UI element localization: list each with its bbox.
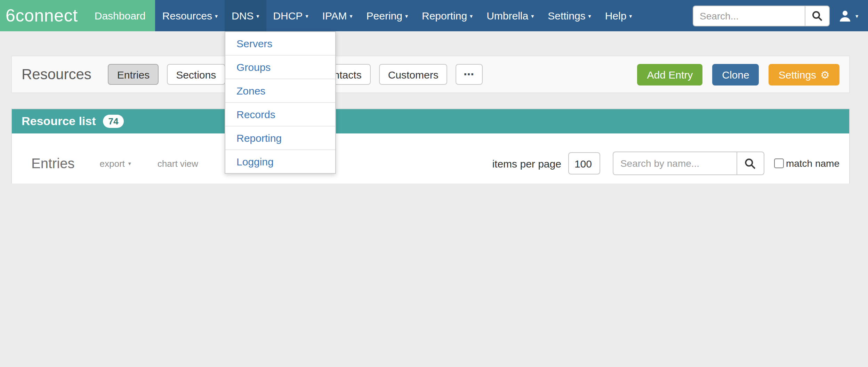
nav-item-settings[interactable]: Settings ▾ <box>541 0 598 31</box>
nav-item-resources[interactable]: Resources ▾ <box>155 0 225 31</box>
global-search-input[interactable] <box>693 5 805 26</box>
global-search <box>693 5 830 26</box>
match-name-label[interactable]: match name <box>786 158 839 169</box>
user-menu[interactable]: ▾ <box>838 9 858 23</box>
search-icon <box>812 10 823 21</box>
top-navbar: 6connect Dashboard Resources ▾ DNS ▾ Ser… <box>0 0 868 31</box>
menu-item-reporting[interactable]: Reporting <box>225 127 335 150</box>
menu-item-logging[interactable]: Logging <box>225 150 335 173</box>
nav-item-ipam[interactable]: IPAM ▾ <box>315 0 359 31</box>
menu-item-servers[interactable]: Servers <box>225 32 335 56</box>
nav-item-dashboard[interactable]: Dashboard <box>85 0 155 31</box>
resource-list-title: Resource list <box>22 114 96 128</box>
logo-text: 6connect <box>6 6 78 26</box>
nav-item-umbrella[interactable]: Umbrella ▾ <box>480 0 541 31</box>
match-name-checkbox[interactable] <box>774 158 784 168</box>
chevron-down-icon: ▾ <box>256 14 259 19</box>
chevron-down-icon: ▾ <box>629 14 632 19</box>
add-entry-button[interactable]: Add Entry <box>637 64 703 85</box>
tab-customers[interactable]: Customers <box>379 64 448 85</box>
items-per-page-input[interactable] <box>568 152 600 174</box>
page-title: Resources <box>22 66 91 83</box>
resource-list-panel: Resource list 74 Entries export ▾ chart … <box>11 108 850 184</box>
navbar-right: ▾ <box>693 0 868 31</box>
chevron-down-icon: ▾ <box>405 14 408 19</box>
app-window: 6connect Dashboard Resources ▾ DNS ▾ Ser… <box>0 0 868 184</box>
name-search-button[interactable] <box>737 152 764 175</box>
match-name: match name <box>774 158 839 169</box>
logo[interactable]: 6connect <box>0 0 85 31</box>
chevron-down-icon: ▾ <box>215 14 218 19</box>
tab-sections[interactable]: Sections <box>167 64 225 85</box>
settings-button[interactable]: Settings ⚙ <box>769 64 839 85</box>
chevron-down-icon: ▾ <box>531 14 534 19</box>
entries-bar: Entries export ▾ chart view show filters… <box>12 133 849 184</box>
chevron-down-icon: ▾ <box>470 14 473 19</box>
menu-item-groups[interactable]: Groups <box>225 56 335 79</box>
action-buttons: Add Entry Clone Settings ⚙ <box>637 64 839 85</box>
chevron-down-icon: ▾ <box>855 14 858 19</box>
resource-list-header: Resource list 74 <box>12 109 849 133</box>
tab-more[interactable]: ⋯ <box>456 64 483 85</box>
name-search-input[interactable] <box>613 152 737 175</box>
items-per-page-label: items per page <box>492 157 561 169</box>
gear-icon: ⚙ <box>820 69 830 80</box>
chevron-down-icon: ▾ <box>128 161 131 167</box>
clone-button[interactable]: Clone <box>712 64 759 85</box>
nav-item-dhcp[interactable]: DHCP ▾ <box>266 0 315 31</box>
chevron-down-icon: ▾ <box>305 14 308 19</box>
resources-toolbar: Resources Entries Sections Contacts Cust… <box>11 56 850 93</box>
chevron-down-icon: ▾ <box>350 14 353 19</box>
chevron-down-icon: ▾ <box>588 14 591 19</box>
tab-entries[interactable]: Entries <box>108 64 159 85</box>
entries-title: Entries <box>31 155 75 171</box>
nav-item-help[interactable]: Help ▾ <box>598 0 639 31</box>
name-search <box>613 152 764 175</box>
nav-item-peering[interactable]: Peering ▾ <box>360 0 415 31</box>
menu-item-zones[interactable]: Zones <box>225 79 335 103</box>
user-icon <box>838 9 852 23</box>
entries-bar-right: items per page match name <box>492 152 839 175</box>
export-button[interactable]: export ▾ <box>100 158 131 169</box>
dns-dropdown-menu: Servers Groups Zones Records Reporting L… <box>225 31 336 174</box>
chart-view-button[interactable]: chart view <box>158 158 198 169</box>
menu-item-records[interactable]: Records <box>225 103 335 127</box>
nav-item-reporting[interactable]: Reporting ▾ <box>415 0 480 31</box>
nav-item-dns[interactable]: DNS ▾ Servers Groups Zones Records Repor… <box>225 0 266 31</box>
search-icon <box>745 157 756 169</box>
global-search-button[interactable] <box>805 5 830 26</box>
resource-count-badge: 74 <box>103 114 124 128</box>
